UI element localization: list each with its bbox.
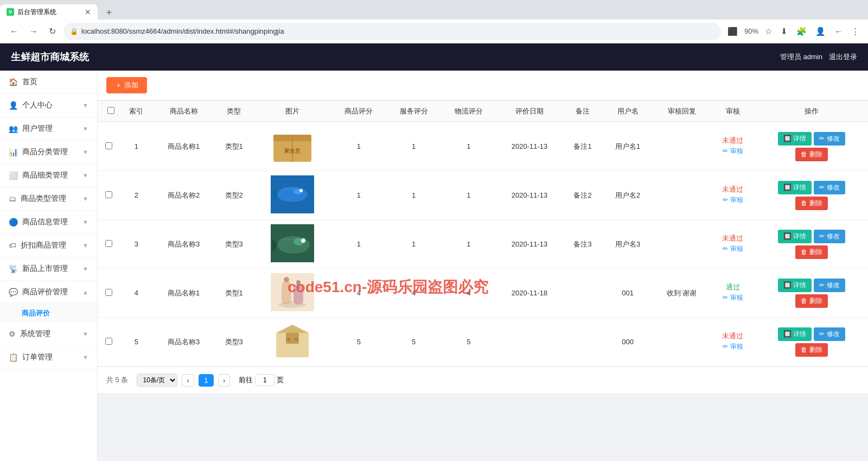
download-button[interactable]: ⬇ bbox=[778, 24, 790, 39]
back2-button[interactable]: ← bbox=[832, 24, 845, 38]
audit-button-2[interactable]: ✏ 审核 bbox=[723, 243, 743, 255]
row-checkbox-2[interactable] bbox=[105, 240, 112, 247]
menu-button[interactable]: ⋮ bbox=[849, 24, 861, 39]
row-checkbox-0[interactable] bbox=[105, 142, 112, 149]
svg-point-17 bbox=[284, 277, 289, 282]
page-1-button[interactable]: 1 bbox=[199, 374, 214, 387]
sidebar-item-category-mgmt[interactable]: 📊 商品分类管理 ▼ bbox=[0, 141, 97, 164]
goto-input[interactable] bbox=[255, 374, 275, 386]
sidebar-item-order-mgmt[interactable]: 📋 订单管理 ▼ bbox=[0, 346, 97, 369]
cell-status-2: 未通过 ✏ 审核 bbox=[711, 220, 755, 269]
chevron-down-icon9: ▼ bbox=[82, 331, 88, 337]
pagination-bar: 共 5 条 10条/页 20条/页 50条/页 ‹ 1 › 前往 页 bbox=[98, 367, 868, 393]
status-badge-1: 未通过 bbox=[722, 185, 743, 193]
edit-button-0[interactable]: ✏ 修改 bbox=[814, 132, 845, 146]
content-area: ＋ 添加 索引 商品名称 类型 图片 bbox=[98, 71, 868, 461]
prev-page-button[interactable]: ‹ bbox=[182, 374, 194, 387]
sidebar-item-user-mgmt[interactable]: 👥 用户管理 ▼ bbox=[0, 117, 97, 141]
cell-type-4: 类型3 bbox=[214, 318, 254, 367]
col-index: 索引 bbox=[119, 101, 154, 122]
browser-chrome: V 后台管理系统 ✕ ＋ ← → ↻ 🔒 localhost:8080/ssmz… bbox=[0, 0, 868, 43]
cell-action-1: 🔲 详情 ✏ 修改 🗑 删除 bbox=[755, 171, 868, 220]
cell-reply-4 bbox=[653, 318, 711, 367]
cell-type-3: 类型1 bbox=[214, 269, 254, 318]
sidebar-item-info-mgmt[interactable]: 🔵 商品信息管理 ▼ bbox=[0, 211, 97, 234]
delete-button-0[interactable]: 🗑 删除 bbox=[795, 148, 827, 161]
cell-date-3: 2020-11-18 bbox=[496, 269, 563, 318]
audit-button-4[interactable]: ✏ 审核 bbox=[723, 341, 743, 352]
sidebar-label-new: 新品上市管理 bbox=[22, 264, 78, 274]
status-badge-3: 通过 bbox=[726, 283, 740, 291]
detail-button-3[interactable]: 🔲 详情 bbox=[778, 279, 812, 292]
sidebar-item-home[interactable]: 🏠 首页 bbox=[0, 71, 97, 94]
row-checkbox-4[interactable] bbox=[105, 338, 112, 345]
back-button[interactable]: ← bbox=[7, 24, 22, 39]
cell-score-logistics-0: 1 bbox=[441, 122, 496, 171]
row-checkbox-cell-2[interactable] bbox=[98, 220, 119, 269]
url-bar[interactable]: 🔒 localhost:8080/ssmz4664/admin/dist/ind… bbox=[63, 23, 721, 40]
cell-date-4 bbox=[496, 318, 563, 367]
detail-button-4[interactable]: 🔲 详情 bbox=[778, 327, 812, 341]
browser-tab[interactable]: V 后台管理系统 ✕ bbox=[0, 4, 98, 20]
edit-button-2[interactable]: ✏ 修改 bbox=[814, 230, 845, 243]
cell-action-3: 🔲 详情 ✏ 修改 🗑 删除 bbox=[755, 269, 868, 318]
sidebar-submenu-review[interactable]: 商品评价 bbox=[0, 304, 97, 323]
sidebar-label-review: 商品评价管理 bbox=[22, 287, 78, 297]
cell-type-0: 类型1 bbox=[214, 122, 254, 171]
reload-button[interactable]: ↻ bbox=[46, 24, 59, 39]
page-size-select[interactable]: 10条/页 20条/页 50条/页 bbox=[137, 374, 177, 387]
forward-button[interactable]: → bbox=[26, 24, 41, 39]
audit-button-1[interactable]: ✏ 审核 bbox=[723, 194, 743, 206]
edit-button-1[interactable]: ✏ 修改 bbox=[814, 181, 845, 194]
row-checkbox-cell-4[interactable] bbox=[98, 318, 119, 367]
next-page-button[interactable]: › bbox=[218, 374, 230, 387]
extensions-button[interactable]: ⬛ bbox=[725, 24, 740, 39]
row-checkbox-cell-0[interactable] bbox=[98, 122, 119, 171]
sidebar-label-category: 商品分类管理 bbox=[22, 147, 78, 157]
logout-button[interactable]: 退出登录 bbox=[829, 52, 857, 62]
sidebar-item-review-mgmt[interactable]: 💬 商品评价管理 ▲ bbox=[0, 281, 97, 304]
delete-button-3[interactable]: 🗑 删除 bbox=[795, 294, 827, 308]
row-checkbox-1[interactable] bbox=[105, 191, 112, 198]
page-goto: 前往 页 bbox=[239, 374, 284, 386]
cell-score-product-3: 4 bbox=[331, 269, 386, 318]
cell-name-0: 商品名称1 bbox=[154, 122, 214, 171]
audit-button-3[interactable]: ✏ 审核 bbox=[723, 292, 743, 304]
edit-button-3[interactable]: ✏ 修改 bbox=[814, 279, 845, 292]
delete-button-4[interactable]: 🗑 删除 bbox=[795, 343, 827, 357]
table-body: 1 商品名称1 类型1 家合意 1 1 1 2020-11-13 备注1 用户名… bbox=[98, 122, 868, 367]
add-button[interactable]: ＋ 添加 bbox=[106, 77, 147, 93]
audit-button-0[interactable]: ✏ 审核 bbox=[723, 146, 743, 157]
total-count: 共 5 条 bbox=[106, 375, 128, 385]
delete-button-2[interactable]: 🗑 删除 bbox=[795, 245, 827, 259]
profile-button[interactable]: 👤 bbox=[813, 24, 828, 39]
tab-favicon: V bbox=[7, 8, 14, 16]
detail-button-2[interactable]: 🔲 详情 bbox=[778, 230, 812, 243]
select-all-checkbox[interactable] bbox=[107, 107, 114, 114]
new-tab-button[interactable]: ＋ bbox=[100, 5, 118, 18]
sidebar-item-personal[interactable]: 👤 个人中心 ▼ bbox=[0, 94, 97, 117]
select-all-cell[interactable] bbox=[98, 101, 119, 122]
row-checkbox-3[interactable] bbox=[105, 289, 112, 296]
detail-button-1[interactable]: 🔲 详情 bbox=[778, 181, 812, 194]
sidebar-item-new-mgmt[interactable]: 📡 新品上市管理 ▼ bbox=[0, 257, 97, 281]
table-row: 3 商品名称3 类型3 1 1 1 2020-11-13 备注3 用户名3 未通… bbox=[98, 220, 868, 269]
cell-score-logistics-4: 5 bbox=[441, 318, 496, 367]
delete-button-1[interactable]: 🗑 删除 bbox=[795, 197, 827, 210]
sidebar-item-detail-mgmt[interactable]: ⬜ 商品细类管理 ▼ bbox=[0, 164, 97, 187]
tab-close-button[interactable]: ✕ bbox=[85, 8, 91, 16]
sidebar-item-system-mgmt[interactable]: ⚙ 系统管理 ▼ bbox=[0, 323, 97, 346]
bookmark-button[interactable]: ☆ bbox=[763, 24, 774, 39]
edit-button-4[interactable]: ✏ 修改 bbox=[814, 327, 845, 341]
extensions2-button[interactable]: 🧩 bbox=[794, 24, 809, 39]
header-right: 管理员 admin 退出登录 bbox=[780, 52, 857, 62]
sidebar-item-discount-mgmt[interactable]: 🏷 折扣商品管理 ▼ bbox=[0, 234, 97, 257]
action-row-bottom-4: 🗑 删除 bbox=[795, 343, 827, 357]
detail-button-0[interactable]: 🔲 详情 bbox=[778, 132, 812, 146]
row-checkbox-cell-1[interactable] bbox=[98, 171, 119, 220]
row-checkbox-cell-3[interactable] bbox=[98, 269, 119, 318]
cell-name-4: 商品名称3 bbox=[154, 318, 214, 367]
sidebar-item-type-mgmt[interactable]: 🗂 商品类型管理 ▼ bbox=[0, 187, 97, 211]
cell-reply-1 bbox=[653, 171, 711, 220]
table-row: 5 商品名称3 类型3 5 5 5 000 未通过 ✏ 审核 🔲 详情 ✏ 修改 bbox=[98, 318, 868, 367]
